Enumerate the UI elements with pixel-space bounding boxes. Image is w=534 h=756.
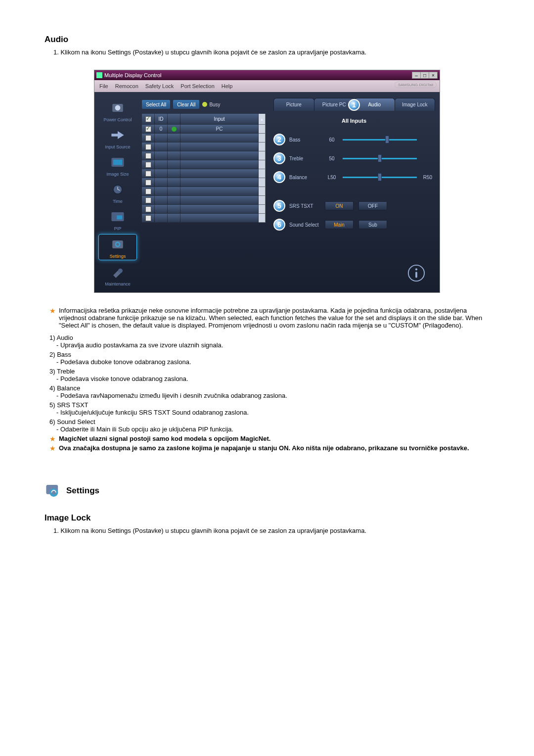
grid-cell-check[interactable] bbox=[142, 214, 155, 223]
sound-select-main-button[interactable]: Main bbox=[325, 220, 354, 229]
balance-label: Balance bbox=[289, 175, 321, 180]
callout-bubble-6: 6 bbox=[273, 219, 285, 231]
treble-label: Treble bbox=[289, 156, 321, 161]
bass-control: 2 Bass 60 bbox=[273, 134, 435, 145]
tab-image-lock[interactable]: Image Lock bbox=[395, 98, 436, 111]
scrollbar-track[interactable] bbox=[259, 134, 266, 142]
grid-cell-check[interactable] bbox=[142, 142, 155, 151]
sidebar-item-input-source[interactable]: Input Source bbox=[98, 125, 137, 150]
callout-bubble-3: 3 bbox=[273, 152, 285, 164]
tab-picture[interactable]: Picture bbox=[273, 98, 314, 111]
clock-icon bbox=[107, 181, 129, 198]
select-all-button[interactable]: Select All bbox=[142, 100, 170, 109]
checkbox-icon bbox=[145, 197, 151, 203]
checkbox-icon bbox=[145, 153, 151, 159]
list-item-head: Audio bbox=[49, 334, 490, 341]
treble-slider[interactable] bbox=[343, 158, 417, 159]
sidebar-item-maintenance[interactable]: Maintenance bbox=[98, 262, 137, 287]
svg-point-1 bbox=[115, 105, 121, 111]
info-grid-panel: Select All Clear All Busy ID Input ▴ 0 P… bbox=[142, 98, 266, 287]
description-list: Audio Upravlja audio postavkama za sve i… bbox=[49, 334, 490, 433]
menu-remocon[interactable]: Remocon bbox=[115, 83, 138, 89]
tab-audio[interactable]: 1 Audio bbox=[354, 98, 395, 111]
grid-cell bbox=[155, 151, 168, 160]
menu-help[interactable]: Help bbox=[222, 83, 233, 89]
scrollbar-track[interactable] bbox=[259, 151, 266, 160]
scrollbar-track[interactable] bbox=[259, 169, 266, 178]
grid-cell bbox=[180, 134, 259, 142]
svg-point-14 bbox=[118, 269, 123, 273]
slider-thumb[interactable] bbox=[378, 173, 382, 181]
grid-cell-check[interactable] bbox=[142, 205, 155, 214]
sound-select-control: 6 Sound Select Main Sub bbox=[273, 219, 435, 231]
callout-bubble-4: 4 bbox=[273, 171, 285, 183]
bass-slider[interactable] bbox=[343, 139, 417, 141]
maximize-button[interactable]: □ bbox=[420, 72, 429, 79]
scrollbar-track[interactable] bbox=[259, 205, 266, 214]
grid-cell-check[interactable] bbox=[142, 169, 155, 178]
scroll-down-button[interactable]: ▾ bbox=[259, 214, 266, 223]
grid-cell-check[interactable] bbox=[142, 160, 155, 169]
svg-rect-17 bbox=[415, 272, 417, 278]
image-lock-instruction: Klikom na ikonu Settings (Postavke) u st… bbox=[53, 527, 490, 534]
grid-cell-check[interactable] bbox=[142, 125, 155, 134]
grid-cell bbox=[168, 196, 180, 205]
sidebar-item-pip[interactable]: PIP bbox=[98, 207, 137, 232]
minimize-button[interactable]: – bbox=[412, 72, 421, 79]
grid-cell-check[interactable] bbox=[142, 187, 155, 196]
display-grid: ID Input ▴ 0 PC ▾ bbox=[142, 114, 266, 223]
checkbox-icon bbox=[145, 189, 151, 194]
grid-cell bbox=[168, 187, 180, 196]
sound-select-sub-button[interactable]: Sub bbox=[358, 220, 387, 229]
scrollbar-track[interactable] bbox=[259, 187, 266, 196]
checkbox-icon bbox=[145, 116, 151, 122]
grid-cell-id: 0 bbox=[155, 125, 168, 134]
close-button[interactable]: × bbox=[429, 72, 438, 79]
svg-point-16 bbox=[415, 268, 417, 270]
grid-cell bbox=[168, 151, 180, 160]
grid-cell bbox=[168, 142, 180, 151]
list-item-detail: Upravlja audio postavkama za sve izvore … bbox=[56, 341, 490, 349]
slider-thumb[interactable] bbox=[378, 154, 382, 162]
list-item-detail: Isključuje/uključuje funkciju SRS TSXT S… bbox=[56, 409, 490, 416]
menu-bar: File Remocon Safety Lock Port Selection … bbox=[94, 80, 440, 92]
grid-cell bbox=[180, 187, 259, 196]
srs-on-button[interactable]: ON bbox=[325, 201, 354, 210]
grid-cell bbox=[168, 205, 180, 214]
sidebar-item-label: Power Control bbox=[103, 117, 132, 122]
srs-off-button[interactable]: OFF bbox=[358, 201, 387, 210]
list-item-detail: Odaberite ili Main ili Sub opciju ako je… bbox=[56, 425, 490, 433]
svg-point-13 bbox=[116, 243, 119, 245]
menu-safety-lock[interactable]: Safety Lock bbox=[145, 83, 174, 89]
all-inputs-label: All Inputs bbox=[273, 118, 435, 124]
scrollbar-track[interactable] bbox=[259, 142, 266, 151]
menu-port-selection[interactable]: Port Selection bbox=[180, 83, 214, 89]
grid-cell bbox=[155, 169, 168, 178]
grid-cell-check[interactable] bbox=[142, 151, 155, 160]
grid-cell-check[interactable] bbox=[142, 134, 155, 142]
sidebar-item-power-control[interactable]: Power Control bbox=[98, 98, 137, 123]
scrollbar-track[interactable] bbox=[259, 160, 266, 169]
grid-cell-check[interactable] bbox=[142, 196, 155, 205]
scrollbar-track[interactable] bbox=[259, 196, 266, 205]
grid-cell-check[interactable] bbox=[142, 178, 155, 187]
clear-all-button[interactable]: Clear All bbox=[173, 100, 199, 109]
settings-heading: Settings bbox=[66, 486, 99, 496]
info-grid-note: Informacijska rešetka prikazuje neke osn… bbox=[59, 307, 490, 329]
menu-file[interactable]: File bbox=[99, 83, 108, 89]
sidebar-item-time[interactable]: Time bbox=[98, 180, 137, 205]
balance-slider[interactable] bbox=[343, 177, 417, 178]
info-icon[interactable] bbox=[407, 264, 426, 283]
sidebar-item-settings[interactable]: Settings bbox=[98, 234, 137, 260]
power-on-note: Ova značajka dostupna je samo za zaslone… bbox=[59, 444, 469, 452]
list-item-head: Treble bbox=[49, 368, 490, 375]
scrollbar-track[interactable] bbox=[259, 125, 266, 134]
slider-thumb[interactable] bbox=[385, 136, 389, 143]
callout-bubble-2: 2 bbox=[273, 134, 285, 145]
scroll-up-button[interactable]: ▴ bbox=[259, 114, 266, 125]
grid-header-check[interactable] bbox=[142, 114, 155, 125]
window-buttons: – □ × bbox=[412, 72, 438, 79]
scrollbar-track[interactable] bbox=[259, 178, 266, 187]
treble-control: 3 Treble 50 bbox=[273, 152, 435, 164]
sidebar-item-image-size[interactable]: Image Size bbox=[98, 152, 137, 178]
